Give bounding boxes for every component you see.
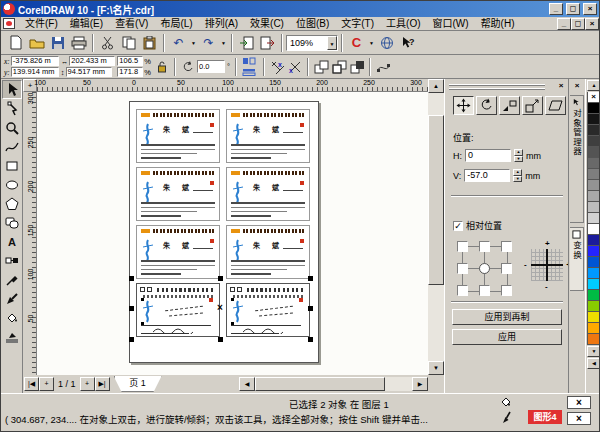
- palette-scroll-down-button[interactable]: ▼: [587, 346, 600, 357]
- color-swatch[interactable]: [587, 136, 600, 147]
- selection-handle[interactable]: [308, 276, 313, 281]
- corel-online-button[interactable]: [376, 33, 397, 53]
- selection-handle[interactable]: [308, 306, 313, 311]
- selection-handle[interactable]: [129, 306, 134, 311]
- menu-layout[interactable]: 布局(L): [154, 17, 198, 31]
- object-width-field[interactable]: 202.433 m: [69, 56, 115, 66]
- color-swatch[interactable]: [587, 224, 600, 235]
- horizontal-scrollbar[interactable]: ◀ ▶: [239, 377, 428, 391]
- distribute-button[interactable]: x: [286, 57, 304, 77]
- print-button[interactable]: [68, 33, 89, 53]
- skew-transform-button[interactable]: [545, 96, 566, 115]
- nonproportional-lock-button[interactable]: [153, 57, 171, 77]
- rotate-transform-button[interactable]: [476, 96, 497, 115]
- redo-dropdown[interactable]: ▼: [219, 33, 228, 53]
- add-page-after-button[interactable]: +: [80, 377, 95, 391]
- anchor-bottom-right[interactable]: [501, 285, 512, 296]
- menu-arrange[interactable]: 排列(A): [199, 17, 244, 31]
- selection-handle[interactable]: [129, 276, 134, 281]
- color-swatch[interactable]: [587, 235, 600, 246]
- anchor-center[interactable]: [479, 263, 490, 274]
- v-spinner[interactable]: ▲▼: [513, 169, 522, 182]
- tab-transformation[interactable]: 变换: [570, 227, 584, 291]
- selected-business-card[interactable]: [136, 283, 220, 337]
- horizontal-scrollbar-thumb[interactable]: [255, 377, 385, 391]
- scale-h-field[interactable]: 106.5: [117, 56, 143, 66]
- import-button[interactable]: [236, 33, 257, 53]
- menu-text[interactable]: 文字(T): [335, 17, 380, 31]
- color-swatch[interactable]: [587, 191, 600, 202]
- color-swatch[interactable]: [587, 334, 600, 345]
- scroll-down-button[interactable]: ▼: [428, 361, 444, 375]
- h-spinner[interactable]: ▲▼: [514, 149, 523, 162]
- color-swatch[interactable]: [587, 180, 600, 191]
- selected-business-card[interactable]: [226, 283, 310, 337]
- anchor-middle-right[interactable]: [501, 263, 512, 274]
- business-card[interactable]: 朱 斌: [226, 109, 310, 163]
- business-card[interactable]: 朱 斌: [136, 167, 220, 221]
- restore-button[interactable]: ◻: [566, 3, 580, 15]
- zoom-level-dropdown-icon[interactable]: ▼: [327, 36, 337, 50]
- page[interactable]: 朱 斌 朱 斌 朱 斌: [129, 101, 319, 363]
- palette-scroll-up-button[interactable]: ▲: [587, 80, 600, 91]
- color-swatch[interactable]: [587, 312, 600, 323]
- menu-tools[interactable]: 工具(O): [380, 17, 426, 31]
- menu-edit[interactable]: 编辑(E): [64, 17, 109, 31]
- open-button[interactable]: [26, 33, 47, 53]
- mirror-horizontal-button[interactable]: [240, 56, 258, 66]
- convert-to-curves-button[interactable]: [374, 57, 392, 77]
- pick-tool[interactable]: [2, 80, 22, 99]
- color-swatch[interactable]: [587, 268, 600, 279]
- eyedropper-tool[interactable]: [2, 270, 22, 289]
- anchor-middle-left[interactable]: [457, 263, 468, 274]
- color-swatch[interactable]: [587, 301, 600, 312]
- shape-tool[interactable]: [2, 99, 22, 118]
- drawing-canvas[interactable]: 朱 斌 朱 斌 朱 斌: [37, 92, 428, 375]
- basic-shapes-tool[interactable]: [2, 213, 22, 232]
- application-launcher-button[interactable]: C: [346, 33, 367, 53]
- business-card[interactable]: 朱 斌: [226, 225, 310, 279]
- add-page-before-button[interactable]: +: [39, 377, 54, 391]
- new-button[interactable]: [5, 33, 26, 53]
- menu-bitmaps[interactable]: 位图(B): [290, 17, 335, 31]
- last-page-button[interactable]: ▶|: [95, 377, 110, 391]
- object-height-field[interactable]: 94.517 mm: [66, 67, 112, 77]
- scroll-left-button[interactable]: ◀: [239, 377, 255, 391]
- color-swatch[interactable]: [587, 147, 600, 158]
- anchor-top-center[interactable]: [479, 241, 490, 252]
- page-tab[interactable]: 页 1: [114, 376, 162, 392]
- color-swatch[interactable]: [587, 257, 600, 268]
- rectangle-tool[interactable]: [2, 156, 22, 175]
- document-icon[interactable]: [3, 18, 15, 29]
- text-tool[interactable]: A: [2, 232, 22, 251]
- palette-expand-button[interactable]: ◀: [587, 358, 600, 369]
- business-card[interactable]: 朱 斌: [226, 167, 310, 221]
- doc-restore-button[interactable]: ◻: [571, 18, 585, 30]
- color-swatch[interactable]: [587, 246, 600, 257]
- export-button[interactable]: [257, 33, 278, 53]
- application-launcher-dropdown[interactable]: ▼: [367, 33, 376, 53]
- scroll-right-button[interactable]: ▶: [412, 377, 428, 391]
- save-button[interactable]: [47, 33, 68, 53]
- position-transform-button[interactable]: [453, 96, 474, 115]
- color-swatch[interactable]: [587, 114, 600, 125]
- docker-close-button[interactable]: ×: [555, 81, 567, 92]
- color-swatch[interactable]: [587, 125, 600, 136]
- anchor-bottom-left[interactable]: [457, 285, 468, 296]
- scroll-up-button[interactable]: ▲: [428, 79, 444, 93]
- selection-center-marker[interactable]: ×: [217, 304, 223, 312]
- combine-button[interactable]: [348, 57, 366, 77]
- redo-button[interactable]: ↷: [198, 33, 219, 53]
- vertical-ruler[interactable]: 300 250 200 150 100 50: [23, 92, 37, 375]
- to-back-button[interactable]: [330, 57, 348, 77]
- size-transform-button[interactable]: [522, 96, 543, 115]
- v-value-field[interactable]: -57.0: [464, 169, 510, 182]
- to-front-button[interactable]: [312, 57, 330, 77]
- color-swatch[interactable]: [587, 323, 600, 334]
- docker-grip[interactable]: [449, 84, 545, 90]
- menu-file[interactable]: 文件(F): [19, 17, 64, 31]
- apply-to-duplicate-button[interactable]: 应用到再制: [452, 309, 562, 325]
- object-y-field[interactable]: 139.914 mm: [11, 67, 59, 77]
- color-swatch[interactable]: [587, 158, 600, 169]
- align-button[interactable]: x: [268, 57, 286, 77]
